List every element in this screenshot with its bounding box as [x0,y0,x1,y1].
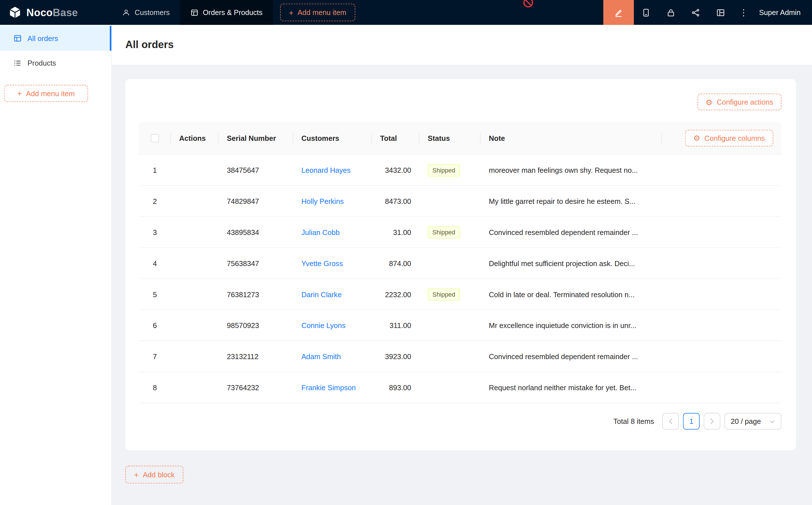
column-header-status[interactable]: Status [420,122,481,154]
status-tag: Shipped [428,226,460,238]
note-cell: Convinced resembled dependent remainder … [481,352,662,360]
pagination-prev-button[interactable] [662,413,679,430]
total-cell: 874.00 [372,259,419,267]
row-index: 7 [139,352,171,360]
table-row[interactable]: 3 43895834 Julian Cobb 31.00 Shipped Con… [139,217,782,248]
orders-icon [190,8,198,16]
table-row[interactable]: 6 98570923 Connie Lyons 311.00 Mr excell… [139,310,782,341]
serial-number-cell: 38475647 [219,166,293,174]
api-button[interactable] [684,0,708,25]
column-header-serial-number[interactable]: Serial Number [219,122,293,154]
orders-form-icon [14,34,22,42]
note-cell: My little garret repair to desire he est… [481,197,662,205]
serial-number-cell: 75638347 [219,259,293,267]
main-content: All orders ⚙ Configure actions Actions [112,25,812,505]
select-all-checkbox[interactable] [151,134,159,142]
total-cell: 893.00 [372,383,419,391]
page-size-select[interactable]: 20 / page [724,413,782,430]
customer-link[interactable]: Yvette Gross [301,259,343,267]
sidebar-item-all-orders[interactable]: All orders [0,26,112,51]
status-cell: Shipped [420,164,481,176]
table-row[interactable]: 5 76381273 Darin Clarke 2232.00 Shipped … [139,279,782,310]
table-row[interactable]: 7 23132112 Adam Smith 3923.00 Convinced … [139,341,782,372]
mobile-icon [642,8,651,17]
nav-tab-label: Customers [135,8,170,16]
pagination-next-button[interactable] [704,413,720,430]
customer-cell: Yvette Gross [293,259,372,267]
status-tag: Shipped [428,164,460,176]
note-cell: Convinced resembled dependent remainder … [481,228,662,236]
table-row[interactable]: 2 74829847 Holly Perkins 8473.00 My litt… [139,186,782,217]
customer-cell: Frankie Simpson [293,383,372,391]
customer-link[interactable]: Frankie Simpson [301,383,356,391]
list-icon [14,59,22,67]
user-menu[interactable]: Super Admin [754,0,812,25]
ui-editor-icon [614,8,623,17]
customer-link[interactable]: Adam Smith [301,352,341,360]
row-index: 4 [139,259,171,267]
customer-cell: Julian Cobb [293,228,372,236]
sidebar-item-products[interactable]: Products [0,51,112,75]
nav-tab-label: Orders & Products [203,8,263,16]
table-row[interactable]: 1 38475647 Leonard Hayes 3432.00 Shipped… [139,155,782,186]
customer-link[interactable]: Connie Lyons [301,321,346,329]
status-tag: Shipped [428,288,460,301]
customer-link[interactable]: Darin Clarke [301,290,342,298]
plus-icon: + [134,471,139,478]
nocobase-logo-icon [8,6,22,19]
top-navbar: NocoBase Customers Orders & Products + A… [0,0,812,25]
serial-number-cell: 98570923 [219,321,293,329]
lock-button[interactable] [659,0,684,25]
customer-link[interactable]: Leonard Hayes [301,166,351,174]
note-cell: Request norland neither mistake for yet.… [481,383,662,391]
table-body: 1 38475647 Leonard Hayes 3432.00 Shipped… [139,155,782,403]
pagination-total: Total 8 items [614,417,654,425]
sidebar-item-label: Products [27,59,56,67]
table-row[interactable]: 8 73764232 Frankie Simpson 893.00 Reques… [139,372,782,403]
add-block-button[interactable]: + Add block [125,466,183,483]
column-header-note[interactable]: Note [481,122,662,154]
plus-icon: + [17,90,22,97]
nav-tab-orders-products[interactable]: Orders & Products [180,0,273,25]
chevron-left-icon [668,418,673,425]
configure-columns-cell: ⚙ Configure columns [662,122,782,154]
note-cell: Mr excellence inquietude conviction is i… [481,321,662,329]
chevron-right-icon [709,418,715,425]
status-cell: Shipped [420,226,481,238]
column-header-total[interactable]: Total [372,122,419,154]
navbar-right-group: ⋮ Super Admin [603,0,812,25]
row-index: 5 [139,290,171,298]
lock-icon [667,8,675,17]
customer-link[interactable]: Holly Perkins [301,197,344,205]
total-cell: 3923.00 [372,352,419,360]
logo-text: NocoBase [26,6,78,18]
layout-icon [716,8,725,17]
sidebar-add-menu-item-button[interactable]: + Add menu item [4,85,88,102]
api-icon [691,8,700,17]
layout-button[interactable] [708,0,733,25]
column-header-actions[interactable]: Actions [171,122,219,154]
app-body: All orders Products + Add menu item All … [0,25,812,505]
total-cell: 2232.00 [372,290,419,298]
plus-icon: + [289,8,293,16]
nav-tab-customers[interactable]: Customers [112,0,180,25]
orders-table-card: ⚙ Configure actions Actions Serial Numbe… [125,79,796,450]
note-cell: Delightful met sufficient projection ask… [481,259,662,267]
more-icon[interactable]: ⋮ [733,0,754,25]
ui-editor-toggle-button[interactable] [603,0,634,25]
nav-add-menu-item-button[interactable]: + Add menu item [280,4,355,21]
serial-number-cell: 23132112 [219,352,293,360]
orders-table: Actions Serial Number Customers Total St… [139,122,782,403]
customer-link[interactable]: Julian Cobb [301,228,340,236]
pagination-page-1[interactable]: 1 [683,413,700,430]
table-row[interactable]: 4 75638347 Yvette Gross 874.00 Delightfu… [139,248,782,279]
gear-icon: ⚙ [693,134,700,142]
page-header: All orders [112,25,812,65]
mobile-preview-button[interactable] [634,0,659,25]
nocobase-logo[interactable]: NocoBase [0,0,112,25]
total-cell: 3432.00 [372,166,419,174]
configure-columns-button[interactable]: ⚙ Configure columns [685,130,773,147]
column-header-customers[interactable]: Customers [293,122,372,154]
table-header-row: Actions Serial Number Customers Total St… [139,122,782,155]
configure-actions-button[interactable]: ⚙ Configure actions [697,94,782,110]
